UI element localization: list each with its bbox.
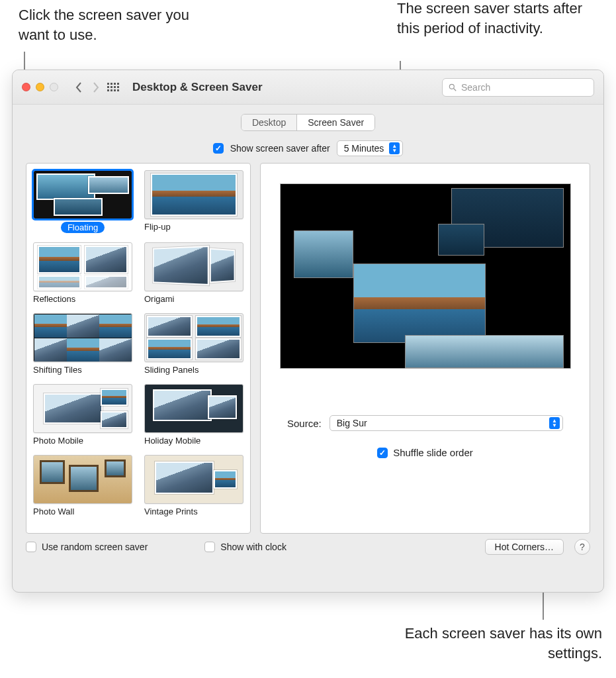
zoom-icon: [50, 83, 58, 91]
source-popup[interactable]: Big Sur ▲▼: [330, 415, 563, 431]
screensaver-item[interactable]: Reflections: [33, 242, 132, 304]
show-after-label: Show screen saver after: [230, 143, 330, 154]
preview-tile: [294, 230, 353, 278]
callout-select-saver: Click the screen saver you want to use.: [19, 5, 210, 44]
screensaver-label: Photo Mobile: [33, 436, 83, 446]
screensaver-thumbnail: [33, 170, 132, 219]
show-after-popup[interactable]: 5 Minutes ▲▼: [337, 140, 404, 156]
screensaver-item[interactable]: Holiday Mobile: [144, 384, 243, 446]
screensaver-item[interactable]: Flip-up: [144, 170, 243, 233]
source-value: Big Sur: [337, 418, 544, 428]
show-all-icon[interactable]: [107, 83, 119, 91]
show-after-checkbox[interactable]: [213, 143, 224, 154]
screensaver-label: Vintage Prints: [144, 507, 198, 516]
footer: Use random screen saver Show with clock …: [13, 534, 603, 555]
tab-desktop[interactable]: Desktop: [242, 115, 297, 130]
callout-inactivity: The screen saver starts after this perio…: [397, 0, 602, 38]
search-placeholder: Search: [461, 82, 490, 93]
screensaver-item[interactable]: Vintage Prints: [144, 455, 243, 516]
screensaver-label: Shifting Tiles: [33, 365, 82, 375]
screensaver-thumbnail: [144, 384, 243, 433]
show-after-value: 5 Minutes: [344, 143, 384, 154]
screensaver-detail: Source: Big Sur ▲▼ Shuffle slide order: [260, 163, 590, 534]
tab-switcher: Desktop Screen Saver: [241, 114, 375, 131]
search-input[interactable]: Search: [442, 78, 594, 97]
back-button[interactable]: [70, 75, 87, 99]
forward-button[interactable]: [87, 75, 105, 99]
hot-corners-button[interactable]: Hot Corners…: [485, 539, 564, 555]
screensaver-label: Reflections: [33, 294, 75, 304]
preview-tile: [438, 224, 484, 256]
screensaver-item[interactable]: Floating: [33, 170, 132, 233]
screensaver-label: Floating: [61, 222, 105, 233]
screensaver-thumbnail: [33, 242, 132, 291]
screensaver-thumbnail: [33, 384, 132, 433]
minimize-icon[interactable]: [36, 83, 44, 91]
callout-settings: Each screen saver has its own settings.: [390, 624, 602, 663]
random-checkbox[interactable]: [26, 542, 36, 552]
shuffle-checkbox[interactable]: [377, 448, 388, 458]
screensaver-item[interactable]: Photo Wall: [33, 455, 132, 516]
window-title: Desktop & Screen Saver: [132, 81, 263, 94]
screensaver-item[interactable]: Photo Mobile: [33, 384, 132, 446]
screensaver-label: Origami: [144, 294, 175, 304]
screensaver-label: Sliding Panels: [144, 365, 198, 375]
screensaver-label: Photo Wall: [33, 507, 74, 516]
screensaver-thumbnail: [33, 313, 132, 362]
clock-checkbox[interactable]: [204, 542, 215, 552]
search-icon: [448, 83, 457, 92]
shuffle-label: Shuffle slide order: [393, 447, 473, 458]
random-label: Use random screen saver: [42, 542, 148, 552]
close-icon[interactable]: [22, 83, 30, 91]
preferences-window: Desktop & Screen Saver Search Desktop Sc…: [12, 70, 604, 593]
screensaver-item[interactable]: Sliding Panels: [144, 313, 243, 375]
svg-point-0: [449, 84, 454, 89]
preview-tile: [353, 264, 486, 343]
tab-screensaver[interactable]: Screen Saver: [297, 115, 374, 130]
stepper-icon: ▲▼: [549, 417, 560, 429]
screensaver-thumbnail: [144, 170, 243, 219]
clock-label: Show with clock: [220, 542, 286, 552]
svg-line-1: [454, 88, 457, 91]
screensaver-thumbnail: [144, 455, 243, 504]
screensaver-item[interactable]: Origami: [144, 242, 243, 304]
titlebar: Desktop & Screen Saver Search: [13, 70, 603, 105]
screensaver-thumbnail: [144, 242, 243, 291]
screensaver-thumbnail: [33, 455, 132, 504]
source-label: Source:: [287, 418, 322, 429]
window-controls: [22, 83, 58, 91]
screensaver-item[interactable]: Shifting Tiles: [33, 313, 132, 375]
stepper-icon: ▲▼: [389, 142, 400, 154]
screensaver-list[interactable]: Floating Flip-up Reflections Origami Shi…: [26, 163, 251, 534]
screensaver-preview[interactable]: [280, 183, 571, 369]
screensaver-label: Flip-up: [144, 222, 171, 232]
help-button[interactable]: ?: [574, 539, 590, 555]
preview-tile: [405, 335, 564, 368]
screensaver-label: Holiday Mobile: [144, 436, 200, 446]
screensaver-thumbnail: [144, 313, 243, 362]
